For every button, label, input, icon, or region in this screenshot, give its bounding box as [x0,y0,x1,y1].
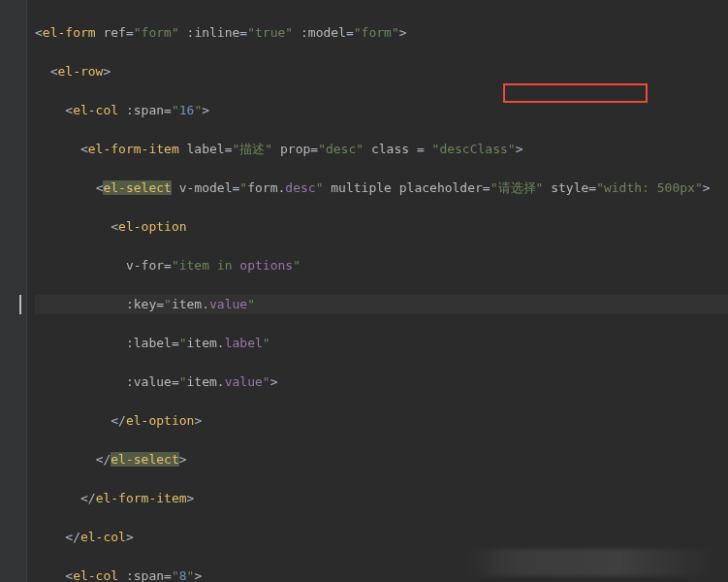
tag-el-select-open: el-select [103,180,171,195]
gutter [0,0,27,582]
watermark-smudge [466,549,718,576]
code-editor-content[interactable]: <el-form ref="form" :inline="true" :mode… [27,0,728,582]
caret-line: :key="item.value" [35,295,728,314]
tag-el-select-close: el-select [111,452,178,467]
